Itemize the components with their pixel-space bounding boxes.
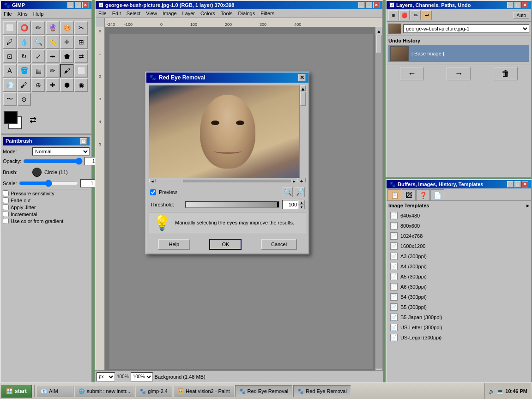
mode-select[interactable]: Normal [32, 147, 90, 156]
taskbar-browser[interactable]: 🌐 submit : new instr... [74, 385, 134, 397]
tool-ellipse-select[interactable]: ⭕ [17, 21, 31, 35]
template-item[interactable]: 📄 US-Letter (300ppi) [388, 322, 529, 332]
zoom-in-btn[interactable]: 🔎 [295, 187, 305, 197]
undo-tab[interactable]: ↩ [422, 10, 432, 20]
foreground-color[interactable] [4, 111, 18, 124]
opacity-slider[interactable] [23, 157, 83, 165]
pressure-checkbox[interactable] [3, 190, 9, 196]
preview-v-scrollbar[interactable]: ▲ [299, 85, 306, 178]
undo-item[interactable]: [ Base Image ] [388, 45, 529, 62]
scroll-up-btn[interactable]: ▲ [376, 28, 382, 34]
image-selector[interactable]: george-w-bush-picture.jpg-1 [403, 24, 529, 33]
tool-airbrush[interactable]: 💨 [3, 78, 17, 92]
layers-minimize-btn[interactable]: _ [507, 2, 514, 8]
tool-move[interactable]: ✛ [60, 35, 74, 49]
tool-scale[interactable]: ⤢ [31, 49, 45, 63]
v-scrollbar[interactable]: ▲ ▼ [375, 27, 382, 376]
image-maximize-btn[interactable]: □ [366, 2, 372, 8]
layers-tab[interactable]: ≡ [388, 10, 399, 20]
preview-h-scroll-right[interactable]: ► [291, 179, 297, 183]
layers-close-btn[interactable]: ✕ [522, 2, 528, 8]
img-menu-image[interactable]: Image [160, 10, 180, 17]
threshold-handle[interactable] [277, 202, 279, 207]
template-item[interactable]: 📄 B5 (300ppi) [388, 302, 529, 312]
buffers-tab[interactable]: 📋 [387, 189, 401, 200]
image-close-btn[interactable]: ✕ [373, 2, 380, 8]
unit-select[interactable]: px [97, 372, 115, 381]
template-item[interactable]: 📄 A3 (300ppi) [388, 251, 529, 261]
tool-eraser[interactable]: ⬜ [74, 64, 88, 78]
template-item[interactable]: 📄 A5 (300ppi) [388, 272, 529, 282]
ok-button[interactable]: OK [209, 239, 242, 250]
tool-pencil[interactable]: ✏ [46, 64, 60, 78]
tool-smudge[interactable]: 〜 [3, 92, 17, 106]
tool-rotate[interactable]: ↻ [17, 49, 31, 63]
templates-tab[interactable]: 📄 [430, 189, 444, 200]
use-color-checkbox[interactable] [3, 218, 9, 224]
template-item[interactable]: 📄 800x600 [388, 221, 529, 231]
maximize-button[interactable]: □ [75, 2, 81, 8]
tool-measure[interactable]: 📏 [46, 35, 60, 49]
tool-crop[interactable]: ⊡ [3, 49, 17, 63]
tool-blur[interactable]: ◉ [74, 78, 88, 92]
auto-button[interactable]: Auto [513, 12, 529, 19]
tool-align[interactable]: ⊞ [74, 35, 88, 49]
undo-forward-btn[interactable]: → [447, 67, 471, 80]
taskbar-gimp[interactable]: 🐾 gimp-2.4 [135, 385, 172, 397]
tool-zoom[interactable]: 🔍 [31, 35, 45, 49]
img-menu-dialogs[interactable]: Dialogs [236, 10, 258, 17]
dialog-title-bar[interactable]: 🐾 Red Eye Removal ✕ [146, 73, 308, 83]
zoom-select[interactable]: 100% [131, 372, 153, 381]
images-tab[interactable]: 🖼 [402, 189, 416, 200]
swap-colors[interactable]: ⇄ [30, 115, 36, 125]
incremental-checkbox[interactable] [3, 211, 9, 217]
minimize-button[interactable]: _ [67, 2, 74, 8]
cancel-button[interactable]: Cancel [261, 239, 297, 250]
paintbrush-panel-title[interactable]: Paintbrush ⊡ [3, 137, 90, 145]
buffers-panel-title[interactable]: 🐾 Buffers, Images, History, Templates _ … [387, 180, 531, 188]
help-button[interactable]: Help [158, 239, 190, 250]
img-menu-filters[interactable]: Filters [258, 10, 277, 17]
history-tab[interactable]: ❓ [416, 189, 430, 200]
tool-perspective-clone[interactable]: ⬢ [60, 78, 74, 92]
tool-dodge-burn[interactable]: ⊙ [17, 92, 31, 106]
threshold-track[interactable] [185, 201, 279, 208]
tool-shear[interactable]: ⥈ [46, 49, 60, 63]
tool-free-select[interactable]: ✏ [31, 21, 45, 35]
tool-ink[interactable]: 🖋 [17, 78, 31, 92]
img-menu-tools[interactable]: Tools [218, 10, 236, 17]
preview-h-scroll-thumb[interactable] [156, 180, 183, 183]
image-window-title[interactable]: 🖼 george-w-bush-picture.jpg-1.0 (RGB, 1 … [96, 1, 382, 9]
taskbar-paint[interactable]: 🖼️ Heat vision2 - Paint [173, 385, 234, 397]
brush-circle-icon[interactable] [32, 168, 42, 177]
img-menu-edit[interactable]: Edit [109, 10, 124, 17]
template-item[interactable]: 📄 A4 (300ppi) [388, 261, 529, 272]
tool-perspective[interactable]: ⬟ [60, 49, 74, 63]
scale-slider[interactable] [19, 180, 79, 187]
paintbrush-panel-close[interactable]: ⊡ [80, 138, 87, 145]
tool-rect-select[interactable]: ⬜ [3, 21, 17, 35]
preview-h-scroll-left[interactable]: ◄ [149, 179, 156, 183]
threshold-spin-down[interactable]: ▼ [298, 205, 305, 209]
tool-paintbrush[interactable]: 🖌 [60, 64, 74, 78]
buffers-minimize-btn[interactable]: _ [507, 181, 514, 187]
template-item[interactable]: 📄 B5-Japan (300ppi) [388, 312, 529, 322]
template-item[interactable]: 📄 1600x1200 [388, 241, 529, 251]
taskbar-red-eye-2[interactable]: 🐾 Red Eye Removal [293, 385, 351, 397]
paths-tab[interactable]: ✏ [411, 10, 421, 20]
taskbar-aim[interactable]: 📧 AIM [36, 385, 73, 397]
template-item[interactable]: 📄 1024x768 [388, 231, 529, 241]
menu-help[interactable]: Help [30, 10, 47, 18]
tool-bucket-fill[interactable]: 🪣 [17, 64, 31, 78]
preview-scroll-thumb[interactable] [300, 92, 306, 106]
tool-flip[interactable]: ⇄ [74, 49, 88, 63]
zoom-out-btn[interactable]: 🔍 [283, 187, 293, 197]
template-item[interactable]: 📄 A6 (300ppi) [388, 282, 529, 292]
preview-checkbox[interactable] [150, 189, 156, 195]
tool-by-color-select[interactable]: 🎨 [60, 21, 74, 35]
img-menu-file[interactable]: File [96, 10, 109, 17]
template-item[interactable]: 📄 640x480 [388, 211, 529, 221]
img-menu-select[interactable]: Select [124, 10, 144, 17]
dialog-close-btn[interactable]: ✕ [298, 74, 306, 81]
zoom-plus-btn[interactable]: + [297, 177, 306, 183]
